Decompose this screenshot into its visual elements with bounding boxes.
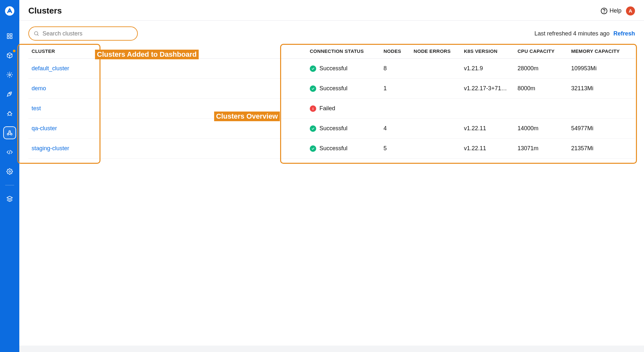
app-logo bbox=[4, 5, 15, 17]
cell-cpu-capacity: 13071m bbox=[514, 139, 568, 159]
table-row: demoSuccessful1v1.22.17-3+71…8000m32113M… bbox=[28, 79, 635, 99]
th-node-errors[interactable]: NODE ERRORS bbox=[411, 44, 461, 59]
cell-memory-capacity: 32113Mi bbox=[568, 79, 635, 99]
check-circle-icon bbox=[310, 145, 316, 152]
cell-nodes: 8 bbox=[380, 59, 411, 79]
th-memory-capacity[interactable]: MEMORY CAPACITY bbox=[568, 44, 635, 59]
cell-node-errors bbox=[411, 139, 461, 159]
nav-item-packages[interactable] bbox=[3, 49, 16, 62]
last-refreshed-text: Last refreshed 4 minutes ago bbox=[535, 30, 610, 37]
cell-nodes: 5 bbox=[380, 139, 411, 159]
cell-memory-capacity: 109953Mi bbox=[568, 59, 635, 79]
sidebar bbox=[0, 0, 19, 352]
svg-rect-3 bbox=[10, 34, 12, 36]
table-row: staging-clusterSuccessful5v1.22.1113071m… bbox=[28, 139, 635, 159]
cluster-name-link[interactable]: default_cluster bbox=[32, 65, 69, 72]
nav-item-layers[interactable] bbox=[3, 192, 16, 205]
status-text: Successful bbox=[319, 125, 347, 132]
cell-node-errors bbox=[411, 59, 461, 79]
help-label: Help bbox=[610, 7, 621, 14]
cell-k8s-version: v1.21.9 bbox=[461, 59, 515, 79]
cluster-name-link[interactable]: qa-cluster bbox=[32, 125, 57, 132]
cell-nodes: 4 bbox=[380, 119, 411, 139]
connection-status: Failed bbox=[310, 105, 377, 112]
nav-item-dashboard[interactable] bbox=[3, 30, 16, 43]
cell-k8s-version: v1.22.11 bbox=[461, 139, 515, 159]
svg-point-7 bbox=[9, 93, 10, 94]
nav-item-settings[interactable] bbox=[3, 165, 16, 178]
help-button[interactable]: Help bbox=[601, 7, 621, 15]
th-cpu-capacity[interactable]: CPU CAPACITY bbox=[514, 44, 568, 59]
cell-k8s-version: v1.22.17-3+71… bbox=[461, 79, 515, 99]
cell-nodes: 1 bbox=[380, 79, 411, 99]
status-text: Successful bbox=[319, 145, 347, 152]
svg-rect-2 bbox=[7, 34, 9, 36]
cell-nodes bbox=[380, 99, 411, 119]
cluster-name-link[interactable]: demo bbox=[32, 85, 46, 92]
check-circle-icon bbox=[310, 85, 316, 92]
search-icon bbox=[33, 31, 39, 36]
table-row: default_clusterSuccessful8v1.21.928000m1… bbox=[28, 59, 635, 79]
svg-point-15 bbox=[34, 32, 38, 35]
status-text: Failed bbox=[319, 105, 335, 112]
cell-node-errors bbox=[411, 119, 461, 139]
cell-memory-capacity bbox=[568, 99, 635, 119]
cluster-name-link[interactable]: staging-cluster bbox=[32, 145, 69, 152]
svg-point-1 bbox=[9, 11, 10, 12]
avatar[interactable]: A bbox=[626, 6, 635, 15]
status-text: Successful bbox=[319, 65, 347, 72]
svg-point-6 bbox=[9, 74, 11, 76]
svg-rect-5 bbox=[10, 37, 12, 39]
svg-point-10 bbox=[7, 133, 9, 135]
svg-point-12 bbox=[9, 171, 11, 172]
status-text: Successful bbox=[319, 85, 347, 92]
nav-item-config[interactable] bbox=[3, 68, 16, 81]
cell-node-errors bbox=[411, 79, 461, 99]
cell-memory-capacity: 21357Mi bbox=[568, 139, 635, 159]
connection-status: Successful bbox=[310, 85, 377, 92]
search-wrap[interactable] bbox=[28, 26, 138, 41]
footer-bar bbox=[19, 346, 644, 352]
main: Clusters Help A Last refreshed 4 minutes… bbox=[19, 0, 644, 352]
th-connection-status[interactable]: CONNECTION STATUS bbox=[307, 44, 380, 59]
connection-status: Successful bbox=[310, 145, 377, 152]
avatar-letter: A bbox=[629, 8, 632, 14]
cell-node-errors bbox=[411, 99, 461, 119]
nav-item-code[interactable] bbox=[3, 146, 16, 159]
svg-point-11 bbox=[11, 133, 12, 135]
svg-point-14 bbox=[604, 13, 604, 13]
search-input[interactable] bbox=[43, 30, 133, 37]
check-circle-icon bbox=[310, 65, 316, 72]
notification-dot-icon bbox=[13, 50, 15, 52]
nav-item-clusters[interactable] bbox=[3, 126, 16, 139]
annotation-right: Clusters Overview bbox=[214, 112, 280, 121]
th-nodes[interactable]: NODES bbox=[380, 44, 411, 59]
table-row: testFailed bbox=[28, 99, 635, 119]
nav-item-bugs[interactable] bbox=[3, 107, 16, 120]
toolbar: Last refreshed 4 minutes ago Refresh bbox=[19, 21, 644, 44]
annotation-left: Clusters Added to Dashboard bbox=[95, 50, 199, 59]
last-refreshed: Last refreshed 4 minutes ago Refresh bbox=[535, 30, 635, 37]
svg-point-16 bbox=[313, 109, 313, 110]
connection-status: Successful bbox=[310, 65, 377, 72]
connection-status: Successful bbox=[310, 125, 377, 132]
refresh-link[interactable]: Refresh bbox=[613, 30, 635, 37]
check-circle-icon bbox=[310, 125, 316, 132]
header: Clusters Help A bbox=[19, 0, 644, 21]
help-icon bbox=[601, 7, 608, 15]
nav-item-deploy[interactable] bbox=[3, 88, 16, 101]
svg-point-8 bbox=[8, 112, 11, 115]
nav-divider bbox=[5, 185, 14, 185]
cell-memory-capacity: 54977Mi bbox=[568, 119, 635, 139]
clusters-table: CLUSTER CONNECTION STATUS NODES NODE ERR… bbox=[28, 44, 635, 159]
table-area: Clusters Added to Dashboard Clusters Ove… bbox=[19, 44, 644, 159]
page-title: Clusters bbox=[28, 6, 62, 16]
cluster-name-link[interactable]: test bbox=[32, 105, 41, 112]
cell-k8s-version bbox=[461, 99, 515, 119]
cell-cpu-capacity: 14000m bbox=[514, 119, 568, 139]
cell-cpu-capacity bbox=[514, 99, 568, 119]
cell-cpu-capacity: 28000m bbox=[514, 59, 568, 79]
th-k8s-version[interactable]: K8S VERSION bbox=[461, 44, 515, 59]
table-row: qa-clusterSuccessful4v1.22.1114000m54977… bbox=[28, 119, 635, 139]
svg-rect-4 bbox=[7, 37, 9, 39]
